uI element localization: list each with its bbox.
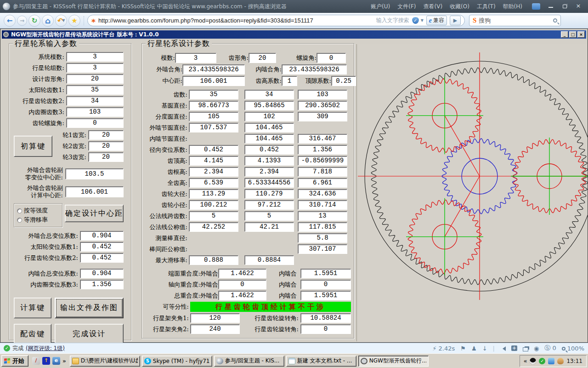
ext-mesh-angle-value[interactable]: 23.4335598326 xyxy=(182,64,245,75)
qq-icon[interactable] xyxy=(530,358,536,364)
finish-design-button[interactable]: 完成设计 xyxy=(55,324,124,345)
total-overlap-int-value[interactable]: 1.5951 xyxy=(300,291,351,300)
shift-field-value[interactable]: 0.904 xyxy=(80,231,124,241)
taskbar-item[interactable]: 参与/回复主题 - KIS... xyxy=(214,356,284,367)
carrier-angle2-value[interactable]: 240 xyxy=(190,324,240,334)
table-cell-value[interactable]: 103 xyxy=(298,90,347,99)
confirm-center-distance-button[interactable]: 确定设计中心距 xyxy=(65,205,124,222)
equal-slip-radio[interactable] xyxy=(17,218,22,223)
table-cell-value[interactable]: 309 xyxy=(298,112,347,121)
table-cell-value[interactable]: -0.85699999 xyxy=(298,156,347,166)
quicklaunch-pen-icon[interactable]: / xyxy=(32,357,40,365)
windows-icon[interactable] xyxy=(523,347,528,351)
table-cell-value[interactable]: 105 xyxy=(189,112,238,121)
menu-file[interactable]: 文件(F) xyxy=(394,2,419,12)
taskbar-item[interactable]: D:\费照片\建模软件\U盘 xyxy=(70,356,140,367)
input-field-value[interactable]: 103 xyxy=(66,107,124,117)
compatibility-button[interactable]: e兼容 xyxy=(426,16,447,25)
carrier-angle1-value[interactable]: 120 xyxy=(190,313,240,323)
input-field-value[interactable]: 20 xyxy=(66,74,124,84)
taskbar-item[interactable]: 新建 文本文档.txt - ... xyxy=(286,356,356,367)
table-cell-value[interactable]: 290.36502 xyxy=(298,101,347,110)
input-field-value[interactable]: 34 xyxy=(66,96,124,106)
table-cell-value[interactable]: 316.467 xyxy=(298,134,347,144)
messenger-icon[interactable] xyxy=(548,358,554,364)
menu-help[interactable]: 帮助(H) xyxy=(500,2,526,12)
table-cell-value[interactable]: 13 xyxy=(298,211,347,221)
table-cell-value[interactable]: 104.465 xyxy=(244,123,294,132)
table-cell-value[interactable]: 324.636 xyxy=(298,189,347,199)
table-cell-value[interactable]: 6.533344556 xyxy=(244,178,294,188)
speaker-icon[interactable] xyxy=(500,346,506,351)
browser-minimize-button[interactable] xyxy=(544,2,558,11)
menu-favorites[interactable]: 收藏(O) xyxy=(447,2,473,12)
browser-restore-button[interactable] xyxy=(558,2,571,11)
table-cell-value[interactable]: 2.394 xyxy=(244,167,294,177)
search-engine-label[interactable]: 搜狗 xyxy=(479,17,551,25)
table-cell-value[interactable]: 5 xyxy=(189,211,238,221)
table-cell-value[interactable]: 42.252 xyxy=(189,222,238,232)
download-icon[interactable]: ↓ xyxy=(482,345,487,352)
transverse-overlap-int-value[interactable]: 1.5951 xyxy=(300,269,351,278)
undo-button[interactable]: ↶▼ xyxy=(55,15,67,27)
medkit-icon[interactable]: + xyxy=(511,345,517,351)
axial-overlap-int-value[interactable]: 0 xyxy=(300,280,351,289)
menu-view[interactable]: 查看(V) xyxy=(420,2,446,12)
table-cell-value[interactable]: 107.537 xyxy=(189,123,238,132)
width-field-value[interactable]: 20 xyxy=(88,141,124,151)
safety-shield-icon[interactable]: ✓ xyxy=(412,17,419,24)
table-cell-value[interactable]: 5 xyxy=(244,211,294,221)
table-cell-value[interactable]: 6.961 xyxy=(298,178,347,188)
address-bar[interactable]: * http://www.gearbbs.com/forum.php?mod=p… xyxy=(87,15,465,26)
tray-expand-icon[interactable]: « xyxy=(524,358,527,364)
table-cell-value[interactable]: 113.29 xyxy=(189,189,238,199)
quicklaunch-anchor-icon[interactable]: ↑ xyxy=(42,357,50,365)
table-cell-value[interactable]: 104.465 xyxy=(244,134,294,144)
transverse-overlap-ext-value[interactable]: 1.4622 xyxy=(218,269,266,278)
forward-button[interactable]: → xyxy=(17,16,27,26)
table-cell-value[interactable]: 0.8884 xyxy=(244,255,294,265)
table-cell-value[interactable]: 34 xyxy=(244,90,294,99)
planet-rotation1-value[interactable]: 10.58824 xyxy=(300,313,351,323)
table-cell-value[interactable]: 110.279 xyxy=(244,189,294,199)
table-cell-value[interactable]: 102 xyxy=(244,112,294,121)
shift-field-value[interactable]: 0.452 xyxy=(80,242,124,252)
width-field-value[interactable]: 20 xyxy=(88,130,124,140)
start-button[interactable]: 开始 xyxy=(1,355,28,367)
shift-field-value[interactable]: 0.904 xyxy=(80,269,124,278)
calc-center-distance-value[interactable]: 106.001 xyxy=(65,186,124,197)
refresh-button[interactable]: ↻ xyxy=(28,15,40,27)
table-cell-value[interactable]: 0.452 xyxy=(189,145,238,155)
app-close-button[interactable]: × xyxy=(577,31,585,38)
input-field-value[interactable]: 35 xyxy=(66,85,124,95)
taskbar-item[interactable]: SSkype (TM) - hyfjy716 xyxy=(142,356,212,367)
table-cell-value[interactable]: 0.452 xyxy=(244,145,294,155)
zero-shift-center-distance-value[interactable]: 103.5 xyxy=(65,168,124,179)
equal-strength-radio[interactable] xyxy=(17,208,22,213)
tray-check-icon[interactable]: ✓ xyxy=(539,358,545,364)
quicklaunch-browser-icon[interactable]: e xyxy=(52,357,60,365)
favorites-button[interactable]: ★ xyxy=(68,15,80,27)
input-field-value[interactable]: 0 xyxy=(66,118,124,128)
table-cell-value[interactable]: 310.714 xyxy=(298,200,347,210)
shift-field-value[interactable]: 1.356 xyxy=(80,280,124,289)
table-cell-value[interactable]: 97.212 xyxy=(244,200,294,210)
search-dropdown-icon[interactable]: ▼ xyxy=(421,18,424,23)
table-cell-value[interactable]: 1.356 xyxy=(298,145,347,155)
quicklaunch-overflow-icon[interactable]: » xyxy=(62,358,66,364)
table-cell-value[interactable]: 307.107 xyxy=(298,244,347,254)
sogou-ime-icon[interactable] xyxy=(557,358,564,364)
total-overlap-ext-value[interactable]: 1.4622 xyxy=(218,291,266,300)
back-button[interactable]: ← xyxy=(4,15,16,27)
table-cell-value[interactable]: 95.84865 xyxy=(244,101,294,110)
taskbar-item[interactable]: NGW型渐开线齿轮行... xyxy=(358,356,429,367)
table-cell-value[interactable]: 98.66773 xyxy=(189,101,238,110)
go-button[interactable]: ▶ xyxy=(450,16,461,25)
person-icon[interactable]: ♟ xyxy=(471,345,477,352)
table-cell-value[interactable]: 7.818 xyxy=(298,167,347,177)
input-field-value[interactable]: 3 xyxy=(66,63,124,73)
center-distance-value[interactable]: 106.001 xyxy=(182,76,245,86)
eye-icon[interactable]: ◉ xyxy=(534,345,539,352)
width-field-value[interactable]: 20 xyxy=(88,152,124,162)
int-mesh-angle-value[interactable]: 23.4335598326 xyxy=(282,64,347,75)
